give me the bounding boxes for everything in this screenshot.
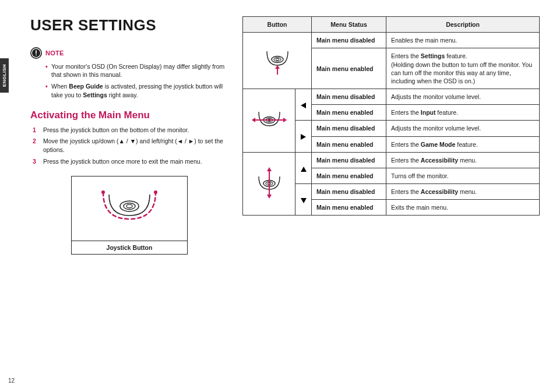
desc-text: Enters the <box>391 109 421 116</box>
note-bold: Beep Guide <box>69 83 103 90</box>
button-table: Button Menu Status Description <box>242 16 540 216</box>
note-header: NOTE <box>30 47 228 59</box>
note-text: When <box>51 83 69 90</box>
steps-list: Press the joystick button on the bottom … <box>30 126 228 166</box>
status-cell: Main menu disabled <box>312 89 386 105</box>
joystick-horizontal-icon <box>252 104 287 135</box>
desc-cell: Exits the main menu. <box>386 200 540 216</box>
desc-text: feature. <box>435 109 458 116</box>
svg-point-5 <box>154 190 157 194</box>
triangle-left-icon <box>301 103 306 108</box>
desc-cell: Enters the Accessibility menu. <box>386 152 540 168</box>
step-item: Move the joystick up/down (▲ / ▼) and le… <box>30 137 228 154</box>
desc-cell: Adjusts the monitor volume level. <box>386 121 540 136</box>
status-cell: Main menu disabled <box>312 121 386 136</box>
joystick-icon <box>94 182 164 235</box>
desc-text: menu. <box>458 157 477 164</box>
note-text: Your monitor's OSD (On Screen Display) m… <box>51 63 224 78</box>
desc-text: (Holding down the button to turn off the… <box>391 61 532 84</box>
desc-text: feature. <box>455 141 478 148</box>
triangle-down-icon <box>301 198 307 203</box>
status-cell: Main menu disabled <box>312 152 386 168</box>
svg-point-4 <box>101 190 105 194</box>
language-tab: ENGLISH <box>0 58 9 93</box>
desc-text: Enters the <box>391 141 421 148</box>
joystick-caption: Joystick Button <box>72 241 187 254</box>
svg-point-10 <box>274 57 281 61</box>
note-label: NOTE <box>45 50 64 56</box>
desc-cell: Enters the Game Mode feature. <box>386 136 540 152</box>
desc-cell: Adjusts the monitor volume level. <box>386 89 540 105</box>
step-item: Press the joystick button once more to e… <box>30 157 228 166</box>
joystick-vertical-icon <box>252 167 287 199</box>
svg-point-11 <box>276 58 279 60</box>
desc-cell: Enters the Accessibility menu. <box>386 184 540 200</box>
desc-text: Enters the <box>391 188 421 195</box>
page-number: 12 <box>8 377 15 384</box>
svg-rect-3 <box>36 55 37 56</box>
triangle-right-icon <box>301 134 306 140</box>
svg-point-7 <box>124 203 135 210</box>
status-cell: Main menu enabled <box>312 168 386 183</box>
subheading: Activating the Main Menu <box>30 110 228 121</box>
th-description: Description <box>386 17 540 33</box>
svg-point-8 <box>126 205 132 209</box>
desc-bold: Game Mode <box>421 141 456 148</box>
page: USER SETTINGS NOTE Your monitor's OSD (O… <box>0 0 556 269</box>
button-cell-horizontal <box>243 89 295 153</box>
th-button: Button <box>243 17 312 33</box>
desc-cell: Enters the Input feature. <box>386 105 540 121</box>
svg-marker-18 <box>252 118 255 122</box>
button-cell-press <box>243 33 312 89</box>
step-item: Press the joystick button on the bottom … <box>30 126 228 135</box>
note-list: Your monitor's OSD (On Screen Display) m… <box>45 62 228 99</box>
triangle-up-icon <box>301 167 307 172</box>
svg-marker-24 <box>267 167 272 171</box>
joystick-figure: Joystick Button <box>71 176 188 255</box>
th-menu-status: Menu Status <box>312 17 386 33</box>
desc-cell: Enters the Settings feature. (Holding do… <box>386 48 540 89</box>
arrow-left-cell <box>295 89 312 121</box>
svg-point-6 <box>120 201 139 211</box>
note-bold: Settings <box>83 91 107 98</box>
desc-bold: Accessibility <box>421 157 458 164</box>
desc-bold: Settings <box>421 52 445 59</box>
status-cell: Main menu enabled <box>312 136 386 152</box>
svg-rect-2 <box>36 50 37 54</box>
desc-text: menu. <box>458 188 477 195</box>
button-cell-vertical <box>243 152 295 216</box>
note-text: right away. <box>107 91 138 98</box>
table-row: Main menu disabled Enables the main menu… <box>243 33 540 48</box>
svg-marker-25 <box>267 195 272 199</box>
note-item: When Beep Guide is activated, pressing t… <box>45 82 228 98</box>
joystick-image <box>72 176 187 241</box>
desc-text: Enters the <box>391 157 421 164</box>
arrow-up-cell <box>295 152 312 183</box>
status-cell: Main menu enabled <box>312 48 386 89</box>
note-item: Your monitor's OSD (On Screen Display) m… <box>45 62 228 79</box>
table-row: Main menu disabled Enters the Accessibil… <box>243 152 540 168</box>
right-column: Button Menu Status Description <box>242 16 540 255</box>
left-column: USER SETTINGS NOTE Your monitor's OSD (O… <box>30 16 228 255</box>
desc-cell: Enables the main menu. <box>386 33 540 48</box>
table-row: Main menu disabled Adjusts the monitor v… <box>243 89 540 105</box>
arrow-down-cell <box>295 184 312 216</box>
arrow-right-cell <box>295 121 312 152</box>
status-cell: Main menu disabled <box>312 184 386 200</box>
svg-marker-19 <box>283 118 287 122</box>
status-cell: Main menu enabled <box>312 105 386 121</box>
desc-text: Enters the <box>391 52 421 59</box>
svg-marker-13 <box>275 65 280 69</box>
joystick-press-icon <box>260 44 295 76</box>
page-title: USER SETTINGS <box>30 16 228 34</box>
desc-bold: Accessibility <box>421 188 458 195</box>
note-icon <box>30 47 42 59</box>
desc-bold: Input <box>421 109 436 116</box>
desc-text: feature. <box>445 52 467 59</box>
status-cell: Main menu disabled <box>312 33 386 48</box>
svg-point-9 <box>272 56 283 62</box>
status-cell: Main menu enabled <box>312 200 386 216</box>
desc-cell: Turns off the monitor. <box>386 168 540 183</box>
